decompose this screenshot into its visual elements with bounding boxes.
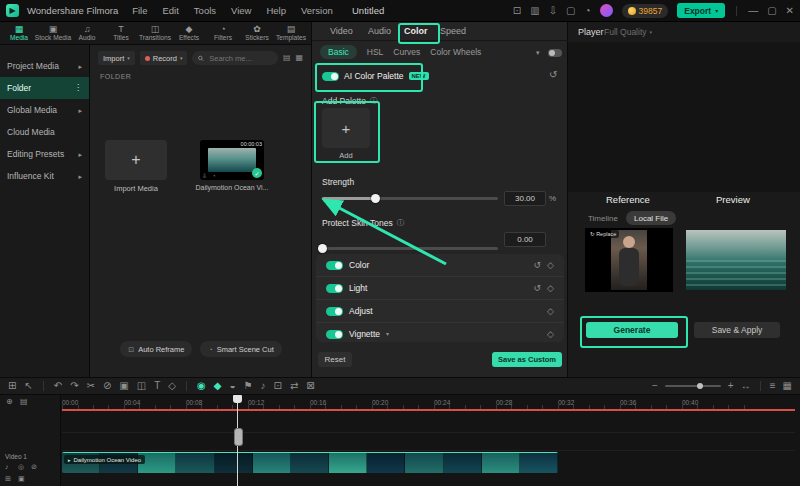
render-icon[interactable]: ⇄ <box>290 381 298 391</box>
sidebar-item-global-media[interactable]: Global Media ▸ <box>0 99 89 121</box>
vignette-toggle[interactable] <box>326 330 343 339</box>
undo-icon[interactable]: ↶ <box>54 381 62 391</box>
menu-file[interactable]: File <box>132 5 147 16</box>
zoom-out-icon[interactable]: − <box>652 381 658 391</box>
replace-chip[interactable]: ↻ Replace <box>587 230 619 238</box>
ai-color-icon[interactable]: ◆ <box>214 381 222 391</box>
workspace-icon[interactable]: ⊞ <box>8 381 16 391</box>
playhead-grip[interactable] <box>234 428 243 446</box>
generate-button[interactable]: Generate <box>586 322 678 338</box>
import-media-card[interactable]: + <box>105 140 167 180</box>
color-match-icon[interactable]: ◉ <box>197 381 206 391</box>
sidebar-item-cloud-media[interactable]: Cloud Media <box>0 121 89 143</box>
menu-tools[interactable]: Tools <box>194 5 216 16</box>
quality-dropdown[interactable]: Full Quality ▾ <box>604 27 652 37</box>
zoom-slider[interactable] <box>665 385 721 387</box>
keyframe-icon[interactable]: ◇ <box>547 284 554 293</box>
compare-toggle[interactable] <box>548 49 562 57</box>
add-palette-card[interactable]: + <box>322 108 370 148</box>
menu-view[interactable]: View <box>231 5 251 16</box>
hide-track-icon[interactable]: ◎ <box>18 463 24 470</box>
voiceover-icon[interactable]: ♪ <box>261 381 266 391</box>
mask-icon[interactable]: ◒ <box>230 381 236 391</box>
reset-icon[interactable]: ↺ <box>534 284 542 293</box>
strength-value-field[interactable]: 30.00 <box>504 191 546 206</box>
sidebar-item-folder[interactable]: Folder ⋮ <box>0 77 89 99</box>
keyframe-icon[interactable]: ◇ <box>168 381 176 391</box>
menu-edit[interactable]: Edit <box>162 5 178 16</box>
light-toggle[interactable] <box>326 284 343 293</box>
save-apply-button[interactable]: Save & Apply <box>694 322 780 338</box>
menu-help[interactable]: Help <box>266 5 286 16</box>
minimize-button[interactable]: — <box>748 6 758 16</box>
tab-transitions[interactable]: ◫ Transitions <box>138 22 172 45</box>
skin-slider[interactable] <box>322 244 498 253</box>
download-icon[interactable]: ⇩ <box>549 6 557 16</box>
reset-icon[interactable]: ↺ <box>534 261 542 270</box>
text-icon[interactable]: T <box>154 381 160 391</box>
subtab-basic[interactable]: Basic <box>320 45 357 59</box>
pointer-icon[interactable]: ↖ <box>24 381 32 391</box>
crop-icon[interactable]: ▣ <box>119 381 128 391</box>
sidebar-item-editing-presets[interactable]: Editing Presets ▸ <box>0 143 89 165</box>
export-button[interactable]: Export ▾ <box>677 3 725 18</box>
list-view-icon[interactable]: ▦ <box>295 54 303 62</box>
lock-track-icon[interactable]: ⊘ <box>31 463 37 470</box>
clip-info-icon[interactable]: ◔ <box>212 173 216 179</box>
skin-value-field[interactable]: 0.00 <box>504 232 546 247</box>
track-options-icon[interactable]: ▤ <box>20 398 28 406</box>
row-light[interactable]: Light ↺ ◇ <box>316 277 564 300</box>
auto-reframe-button[interactable]: ⊡ Auto Reframe <box>120 341 192 357</box>
timeline-clip[interactable]: ▸ Dailymotion Ocean Video <box>62 452 558 473</box>
new-folder-icon[interactable]: ⊞ <box>5 475 11 482</box>
tab-speed[interactable]: Speed <box>440 26 466 36</box>
keyframe-icon[interactable]: ◇ <box>547 330 554 339</box>
tab-filters[interactable]: ◔ Filters <box>206 22 240 45</box>
color-toggle[interactable] <box>326 261 343 270</box>
menu-version[interactable]: Version <box>301 5 333 16</box>
zoom-slider-thumb[interactable] <box>697 383 703 389</box>
gift-icon[interactable]: ⊡ <box>513 6 521 16</box>
reset-button[interactable]: Reset <box>318 352 352 367</box>
tab-timeline-source[interactable]: Timeline <box>588 214 618 223</box>
preview-thumbnail[interactable] <box>686 230 786 290</box>
tab-video[interactable]: Video <box>330 26 353 36</box>
tab-media[interactable]: ▦ Media <box>2 22 36 45</box>
row-color[interactable]: Color ↺ ◇ <box>316 254 564 277</box>
expand-icon[interactable]: ▾ <box>386 331 389 337</box>
manage-tracks-icon[interactable]: ▣ <box>18 475 25 482</box>
ai-palette-toggle[interactable] <box>322 72 339 81</box>
subtab-hsl[interactable]: HSL <box>367 47 384 57</box>
tab-audio[interactable]: ♫ Audio <box>70 22 104 45</box>
transition-icon[interactable]: ◫ <box>137 381 146 391</box>
grid-view-icon[interactable]: ▤ <box>283 54 291 62</box>
strength-slider[interactable] <box>322 194 498 203</box>
subtab-curves[interactable]: Curves <box>393 47 420 57</box>
redo-icon[interactable]: ↷ <box>70 381 78 391</box>
avatar[interactable] <box>600 4 613 17</box>
reference-thumbnail[interactable]: ↻ Replace <box>585 228 673 292</box>
tab-color[interactable]: Color <box>404 26 428 36</box>
record-dropdown[interactable]: Record ▾ <box>140 51 188 65</box>
split-icon[interactable]: ✂ <box>87 381 95 391</box>
tab-audio[interactable]: Audio <box>368 26 391 36</box>
zoom-in-icon[interactable]: + <box>728 381 734 391</box>
tab-titles[interactable]: T Titles <box>104 22 138 45</box>
smart-scene-cut-button[interactable]: ◔ Smart Scene Cut <box>200 341 281 357</box>
track-list-icon[interactable]: ≡ <box>770 381 776 391</box>
marker-icon[interactable]: ⚑ <box>244 381 253 391</box>
more-icon[interactable]: ⋮ <box>74 84 82 92</box>
playhead-handle[interactable] <box>233 395 242 403</box>
keyframe-icon[interactable]: ◇ <box>547 307 554 316</box>
fit-timeline-icon[interactable]: ↔ <box>741 381 751 391</box>
section-reset-icon[interactable]: ↺ <box>549 70 557 80</box>
tab-effects[interactable]: ◆ Effects <box>172 22 206 45</box>
screen-record-icon[interactable]: ▢ <box>566 6 575 16</box>
track-grid-icon[interactable]: ▦ <box>783 381 792 391</box>
close-button[interactable]: ✕ <box>786 6 794 16</box>
row-adjust[interactable]: Adjust ◇ <box>316 300 564 323</box>
adjust-toggle[interactable] <box>326 307 343 316</box>
delete-icon[interactable]: ⊘ <box>103 381 111 391</box>
maximize-button[interactable]: ▢ <box>767 6 776 16</box>
search-box[interactable] <box>192 51 277 65</box>
